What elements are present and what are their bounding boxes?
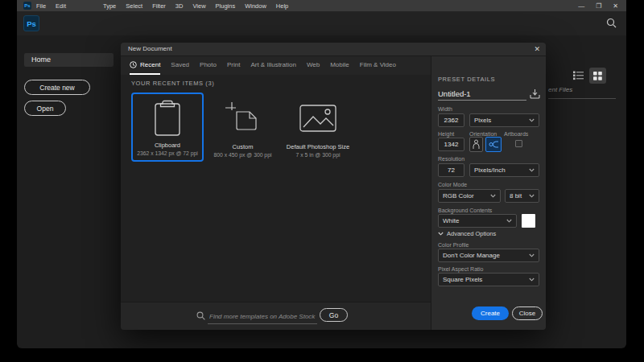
- orientation-label: Orientation: [469, 131, 497, 137]
- orientation-portrait-icon[interactable]: [469, 137, 483, 152]
- stock-search-input[interactable]: [208, 309, 317, 324]
- tab-art-illustration[interactable]: Art & Illustration: [250, 56, 295, 75]
- height-input[interactable]: [438, 138, 464, 151]
- pixel-aspect-ratio-select[interactable]: Square Pixels: [438, 273, 539, 286]
- card-name: Custom: [233, 143, 254, 150]
- tab-photo[interactable]: Photo: [200, 56, 217, 75]
- color-profile-select[interactable]: Don't Color Manage: [438, 249, 539, 262]
- dialog-title-bar: New Document ✕: [121, 43, 546, 56]
- preset-details-panel: PRESET DETAILS Width Pixels Height Orien…: [431, 56, 546, 330]
- clipboard-icon: [152, 94, 183, 142]
- orientation-landscape-icon[interactable]: [485, 137, 502, 152]
- tab-label: Mobile: [330, 61, 349, 68]
- menu-type[interactable]: Type: [98, 2, 121, 10]
- chevron-down-icon: [529, 194, 535, 198]
- select-value: Square Pixels: [443, 276, 482, 283]
- create-new-button[interactable]: Create new: [24, 80, 90, 95]
- advanced-options-toggle[interactable]: Advanced Options: [438, 230, 496, 237]
- tab-saved[interactable]: Saved: [171, 56, 189, 75]
- card-spec: 2362 x 1342 px @ 72 ppi: [137, 150, 198, 156]
- menu-file[interactable]: File: [31, 2, 51, 10]
- menu-bar: Ps File Edit Type Select Filter 3D View …: [17, 0, 626, 11]
- color-profile-label: Color Profile: [438, 242, 469, 248]
- recent-card-default[interactable]: Default Photoshop Size 7 x 5 in @ 300 pp…: [280, 93, 356, 162]
- resolution-unit-select[interactable]: Pixels/Inch: [469, 163, 539, 177]
- image-icon: [299, 93, 336, 143]
- card-spec: 7 x 5 in @ 300 ppi: [296, 152, 341, 158]
- bit-depth-select[interactable]: 8 bit: [505, 189, 539, 203]
- card-name: Default Photoshop Size: [287, 143, 349, 150]
- menu-plugins[interactable]: Plugins: [211, 2, 241, 10]
- app-bar: Ps: [17, 11, 626, 35]
- tab-film-video[interactable]: Film & Video: [360, 56, 396, 75]
- advanced-options-label: Advanced Options: [447, 230, 496, 237]
- dialog-tabs: Recent Saved Photo Print Art & Illustrat…: [121, 56, 440, 75]
- tab-print[interactable]: Print: [227, 56, 240, 75]
- create-button[interactable]: Create: [472, 306, 509, 320]
- background-contents-label: Background Contents: [438, 208, 492, 213]
- select-value: Pixels: [474, 117, 491, 124]
- height-label: Height: [438, 131, 454, 137]
- tab-label: Recent: [140, 61, 160, 68]
- grid-view-icon[interactable]: [589, 68, 606, 84]
- search-icon: [196, 311, 205, 320]
- select-value: 8 bit: [510, 192, 522, 200]
- search-icon[interactable]: [606, 18, 617, 28]
- new-document-dialog: New Document ✕ Recent Saved Photo Print …: [121, 43, 546, 330]
- artboards-label: Artboards: [504, 131, 528, 137]
- width-unit-select[interactable]: Pixels: [469, 113, 539, 127]
- recent-items-header: YOUR RECENT ITEMS (3): [131, 80, 214, 87]
- close-button[interactable]: Close: [512, 306, 543, 320]
- preset-details-header: PRESET DETAILS: [438, 76, 495, 83]
- tab-label: Saved: [171, 61, 189, 68]
- ps-logo[interactable]: Ps: [23, 15, 39, 31]
- tab-label: Film & Video: [360, 61, 396, 68]
- resolution-input[interactable]: [438, 163, 464, 177]
- menu-filter[interactable]: Filter: [147, 2, 171, 10]
- tab-web[interactable]: Web: [307, 56, 320, 75]
- width-input[interactable]: [438, 113, 464, 127]
- width-label: Width: [438, 106, 452, 112]
- stock-search-bar: Go: [121, 302, 431, 330]
- select-value: Don't Color Manage: [443, 252, 500, 259]
- list-view-icon[interactable]: [573, 71, 584, 80]
- chevron-down-icon: [506, 219, 512, 223]
- minimize-icon[interactable]: —: [578, 2, 584, 10]
- window-controls: — ❐ ✕: [578, 0, 618, 11]
- tab-mobile[interactable]: Mobile: [330, 56, 349, 75]
- menu-view[interactable]: View: [188, 2, 210, 10]
- close-window-icon[interactable]: ✕: [613, 2, 618, 10]
- menu-select[interactable]: Select: [121, 2, 147, 10]
- card-spec: 644 x 362 px @ 300 ppi: [214, 152, 272, 158]
- recent-files-search-input[interactable]: ent Files: [548, 86, 616, 99]
- ps-home-icon[interactable]: Ps: [23, 2, 31, 10]
- go-button[interactable]: Go: [320, 308, 348, 322]
- select-value: White: [443, 217, 459, 224]
- tab-label: Print: [227, 61, 240, 68]
- color-mode-select[interactable]: RGB Color: [438, 189, 501, 203]
- document-name-input[interactable]: [438, 87, 526, 101]
- sidebar-item-home[interactable]: Home: [24, 53, 114, 67]
- menu-3d[interactable]: 3D: [171, 2, 188, 10]
- chevron-down-icon: [529, 253, 535, 257]
- tab-recent[interactable]: Recent: [130, 56, 160, 75]
- resolution-label: Resolution: [438, 156, 464, 162]
- custom-document-icon: [225, 93, 261, 143]
- restore-icon[interactable]: ❐: [596, 2, 601, 10]
- chevron-down-icon: [490, 194, 496, 198]
- background-color-swatch[interactable]: [522, 214, 535, 228]
- menu-help[interactable]: Help: [271, 2, 293, 10]
- menu-window[interactable]: Window: [240, 2, 271, 10]
- dialog-title: New Document: [128, 43, 172, 56]
- dialog-close-icon[interactable]: ✕: [534, 43, 540, 56]
- select-value: RGB Color: [443, 192, 474, 200]
- menu-edit[interactable]: Edit: [51, 2, 71, 10]
- recent-card-clipboard[interactable]: Clipboard 2362 x 1342 px @ 72 ppi: [131, 93, 204, 162]
- card-name: Clipboard: [155, 142, 180, 149]
- save-preset-icon[interactable]: [530, 88, 540, 99]
- open-button[interactable]: Open: [24, 101, 66, 116]
- background-contents-select[interactable]: White: [438, 214, 517, 228]
- chevron-down-icon: [529, 168, 535, 172]
- recent-card-custom[interactable]: Custom 644 x 362 px @ 300 ppi: [208, 93, 278, 162]
- artboards-checkbox[interactable]: [515, 140, 522, 147]
